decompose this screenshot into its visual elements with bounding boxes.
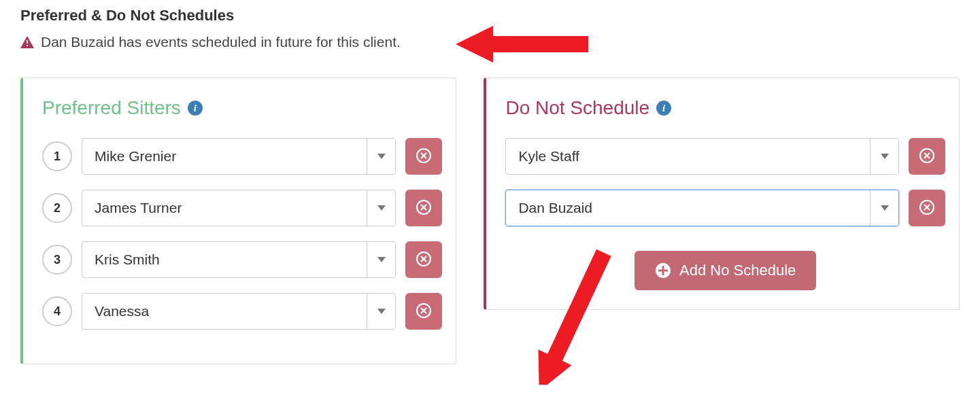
sitter-select[interactable]: Mike Grenier: [82, 138, 396, 175]
preferred-sitter-row: 1Mike Grenier: [42, 138, 442, 175]
svg-marker-15: [377, 309, 386, 314]
add-no-schedule-button[interactable]: Add No Schedule: [635, 251, 816, 290]
caret-down-icon: [870, 139, 898, 174]
do-not-schedule-title: Do Not Schedule i: [505, 97, 945, 119]
svg-marker-11: [377, 257, 386, 262]
svg-marker-7: [377, 205, 386, 211]
caret-down-icon: [870, 190, 898, 226]
remove-sitter-button[interactable]: [909, 138, 945, 175]
rank-badge: 2: [42, 193, 72, 223]
preferred-sitter-row: 2James Turner: [42, 190, 442, 226]
caret-down-icon: [367, 139, 395, 174]
sitter-select-value: Kyle Staff: [506, 139, 870, 174]
svg-marker-2: [456, 26, 588, 63]
preferred-sitters-panel: Preferred Sitters i 1Mike Grenier2James …: [20, 77, 456, 364]
remove-sitter-button[interactable]: [405, 293, 442, 330]
sitter-select-value: Vanessa: [82, 294, 367, 329]
sitter-select[interactable]: Vanessa: [82, 293, 396, 330]
remove-icon: [919, 148, 935, 166]
svg-marker-19: [881, 154, 889, 159]
svg-marker-3: [377, 154, 386, 159]
remove-icon: [919, 199, 935, 218]
caret-down-icon: [367, 190, 395, 226]
sitter-select-value: James Turner: [82, 190, 367, 226]
rank-badge: 1: [42, 141, 72, 171]
sitter-select[interactable]: James Turner: [82, 190, 396, 226]
preferred-sitter-row: 4Vanessa: [42, 293, 442, 330]
info-icon[interactable]: i: [656, 101, 671, 116]
svg-rect-1: [27, 45, 28, 46]
annotation-arrow-icon: [456, 20, 592, 71]
do-not-schedule-row: Kyle Staff: [505, 138, 945, 175]
sitter-select[interactable]: Dan Buzaid: [505, 190, 899, 226]
do-not-title-text: Do Not Schedule: [505, 97, 649, 119]
svg-marker-23: [881, 205, 889, 211]
sitter-select[interactable]: Kyle Staff: [505, 138, 899, 175]
remove-icon: [416, 302, 432, 321]
caret-down-icon: [367, 294, 395, 329]
do-not-schedule-panel: Do Not Schedule i Kyle StaffDan Buzaid A…: [484, 77, 960, 310]
remove-sitter-button[interactable]: [405, 138, 442, 175]
remove-sitter-button[interactable]: [405, 241, 442, 278]
rank-badge: 3: [42, 245, 72, 275]
svg-rect-29: [658, 270, 668, 272]
sitter-select[interactable]: Kris Smith: [82, 241, 396, 278]
sitter-select-value: Mike Grenier: [82, 139, 367, 174]
caret-down-icon: [367, 242, 395, 277]
sitter-select-value: Dan Buzaid: [506, 190, 870, 226]
remove-icon: [416, 251, 432, 269]
warning-text: Dan Buzaid has events scheduled in futur…: [41, 34, 401, 50]
warning-triangle-icon: [20, 36, 34, 48]
sitter-select-value: Kris Smith: [82, 242, 367, 277]
preferred-sitters-title: Preferred Sitters i: [42, 97, 442, 119]
preferred-title-text: Preferred Sitters: [42, 97, 181, 119]
remove-icon: [416, 199, 432, 218]
remove-icon: [416, 148, 432, 166]
add-no-schedule-label: Add No Schedule: [679, 262, 796, 279]
preferred-sitter-row: 3Kris Smith: [42, 241, 442, 278]
info-icon[interactable]: i: [188, 101, 203, 116]
remove-sitter-button[interactable]: [909, 190, 945, 226]
svg-rect-0: [27, 40, 28, 44]
rank-badge: 4: [42, 296, 72, 326]
plus-circle-icon: [655, 262, 671, 279]
page-title: Preferred & Do Not Schedules: [20, 7, 960, 24]
do-not-schedule-row: Dan Buzaid: [505, 190, 945, 226]
remove-sitter-button[interactable]: [405, 190, 442, 226]
warning-row: Dan Buzaid has events scheduled in futur…: [20, 34, 960, 50]
